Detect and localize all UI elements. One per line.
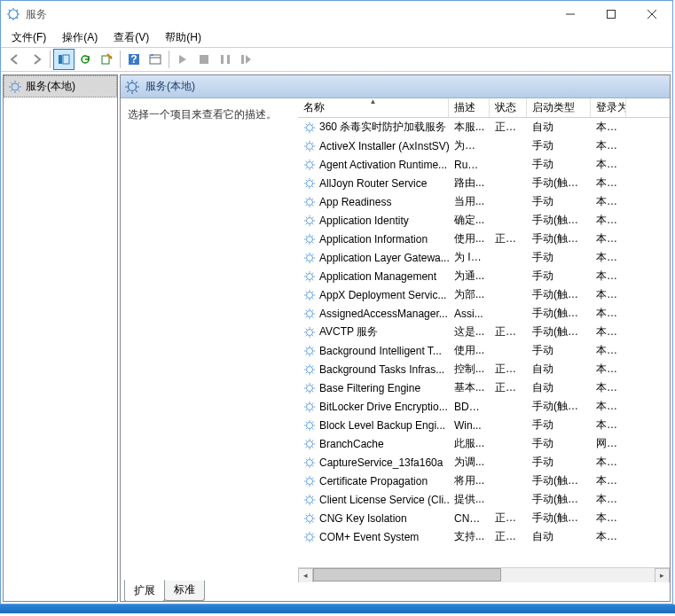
service-name: Application Identity — [319, 214, 409, 227]
service-start: 手动(触发... — [527, 492, 591, 507]
service-logon: 本地系 — [591, 194, 626, 209]
service-status: 正在... — [490, 511, 527, 526]
service-row[interactable]: Background Intelligent T...使用...手动本地系 — [298, 341, 670, 360]
service-row[interactable]: 360 杀毒实时防护加载服务本服...正在...自动本地系 — [298, 118, 670, 136]
service-start: 手动 — [527, 157, 591, 172]
tab-standard[interactable]: 标准 — [164, 581, 205, 601]
service-name: COM+ Event System — [319, 531, 419, 543]
svg-rect-13 — [151, 54, 153, 56]
column-header-name[interactable]: 名称 ▲ — [298, 98, 449, 117]
column-header-desc[interactable]: 描述 — [449, 98, 490, 117]
help-button[interactable]: ? — [123, 49, 145, 70]
service-start: 手动(触发... — [527, 213, 591, 228]
service-row[interactable]: Client License Service (Cli...提供...手动(触发… — [298, 490, 670, 509]
service-row[interactable]: App Readiness当用...手动本地系 — [298, 192, 670, 211]
service-row[interactable]: CNG Key IsolationCNG...正在...手动(触发...本地系 — [298, 509, 670, 527]
service-start: 手动(触发... — [527, 511, 591, 526]
service-row[interactable]: Base Filtering Engine基本...正在...自动本地服 — [298, 378, 670, 397]
restart-service-button[interactable] — [236, 49, 257, 70]
gear-icon — [303, 363, 316, 376]
service-name: AVCTP 服务 — [319, 324, 378, 339]
service-row[interactable]: ActiveX Installer (AxInstSV)为从 ...手动本地系 — [298, 136, 670, 155]
service-start: 手动 — [527, 250, 591, 265]
pause-service-button[interactable] — [215, 49, 236, 70]
svg-point-40 — [307, 496, 313, 503]
view-tabs: 扩展 标准 — [121, 581, 670, 601]
app-icon — [6, 7, 20, 21]
list-header: 名称 ▲ 描述 状态 启动类型 登录为 — [298, 98, 670, 118]
service-start: 自动 — [527, 380, 591, 395]
menu-help[interactable]: 帮助(H) — [158, 28, 208, 47]
service-row[interactable]: Certificate Propagation将用...手动(触发...本地系 — [298, 472, 670, 490]
service-row[interactable]: BranchCache此服...手动网络服 — [298, 434, 670, 453]
show-hide-tree-button[interactable] — [53, 49, 75, 70]
service-row[interactable]: Application Management为通...手动本地系 — [298, 267, 670, 285]
gear-icon — [303, 512, 316, 525]
service-logon: 本地系 — [591, 362, 626, 377]
toolbar: ? — [1, 47, 672, 72]
scroll-right-button[interactable]: ▸ — [655, 568, 670, 583]
scroll-track[interactable] — [313, 568, 655, 583]
service-logon: 本地系 — [591, 492, 626, 507]
service-name: Client License Service (Cli... — [319, 494, 449, 506]
horizontal-scrollbar[interactable]: ◂ ▸ — [298, 567, 670, 582]
export-list-button[interactable] — [96, 49, 117, 70]
service-desc: 为通... — [449, 269, 490, 284]
service-row[interactable]: Application Layer Gatewa...为 In...手动本地服 — [298, 248, 670, 267]
maximize-button[interactable] — [591, 1, 632, 27]
column-header-start[interactable]: 启动类型 — [527, 98, 591, 117]
description-panel: 选择一个项目来查看它的描述。 — [121, 98, 298, 582]
service-start: 手动 — [527, 417, 591, 433]
service-row[interactable]: Block Level Backup Engi...Win...手动本地系 — [298, 416, 670, 434]
service-desc: 使用... — [449, 231, 490, 246]
service-desc: BDE... — [449, 401, 490, 413]
service-row[interactable]: COM+ Event System支持...正在...自动本地服 — [298, 527, 670, 546]
service-row[interactable]: Application Information使用...正在...手动(触发..… — [298, 230, 670, 248]
gear-icon — [303, 345, 316, 357]
service-start: 手动(触发... — [527, 231, 591, 246]
start-service-button[interactable] — [172, 49, 193, 70]
back-button[interactable] — [4, 49, 26, 70]
service-row[interactable]: CaptureService_13fa160a为调...手动本地系 — [298, 453, 670, 472]
forward-button[interactable] — [26, 49, 47, 70]
scroll-left-button[interactable]: ◂ — [298, 568, 313, 583]
menu-file[interactable]: 文件(F) — [4, 28, 53, 47]
service-start: 手动 — [527, 269, 591, 284]
service-name: CNG Key Isolation — [319, 512, 407, 525]
properties-button[interactable] — [145, 49, 166, 70]
svg-point-38 — [307, 459, 313, 465]
menu-view[interactable]: 查看(V) — [106, 28, 156, 47]
service-row[interactable]: AllJoyn Router Service路由...手动(触发...本地服 — [298, 174, 670, 192]
service-desc: 提供... — [449, 492, 490, 507]
minimize-button[interactable] — [550, 1, 591, 27]
gear-icon — [303, 401, 316, 413]
service-logon: 本地系 — [591, 343, 626, 358]
gear-icon — [303, 438, 316, 450]
pane-header: 服务(本地) — [121, 75, 670, 98]
svg-point-23 — [307, 180, 313, 186]
tab-extended[interactable]: 扩展 — [124, 580, 165, 602]
menu-action[interactable]: 操作(A) — [55, 28, 105, 47]
service-row[interactable]: Background Tasks Infras...控制...正在...自动本地… — [298, 360, 670, 378]
service-desc: 这是... — [449, 324, 490, 339]
service-desc: Assi... — [449, 308, 490, 320]
service-name: ActiveX Installer (AxInstSV) — [319, 140, 449, 152]
service-row[interactable]: AVCTP 服务这是...正在...手动(触发...本地服 — [298, 323, 670, 341]
service-row[interactable]: BitLocker Drive Encryptio...BDE...手动(触发.… — [298, 397, 670, 416]
service-desc: 当用... — [449, 194, 490, 209]
service-status: 正在... — [490, 380, 527, 395]
service-logon: 本地服 — [591, 324, 626, 339]
scroll-thumb[interactable] — [313, 568, 501, 581]
close-button[interactable] — [632, 1, 672, 27]
gear-icon — [303, 214, 316, 227]
column-header-status[interactable]: 状态 — [490, 98, 527, 117]
service-row[interactable]: AppX Deployment Servic...为部...手动(触发...本地… — [298, 285, 670, 304]
tree-node-services-local[interactable]: 服务(本地) — [4, 75, 117, 97]
gear-icon — [303, 382, 316, 394]
stop-service-button[interactable] — [193, 49, 215, 70]
service-row[interactable]: Application Identity确定...手动(触发...本地服 — [298, 211, 670, 230]
refresh-button[interactable] — [75, 49, 96, 70]
column-header-logon[interactable]: 登录为 — [591, 98, 626, 117]
service-row[interactable]: AssignedAccessManager...Assi...手动(触发...本… — [298, 304, 670, 323]
service-row[interactable]: Agent Activation Runtime...Runt...手动本地系 — [298, 155, 670, 174]
